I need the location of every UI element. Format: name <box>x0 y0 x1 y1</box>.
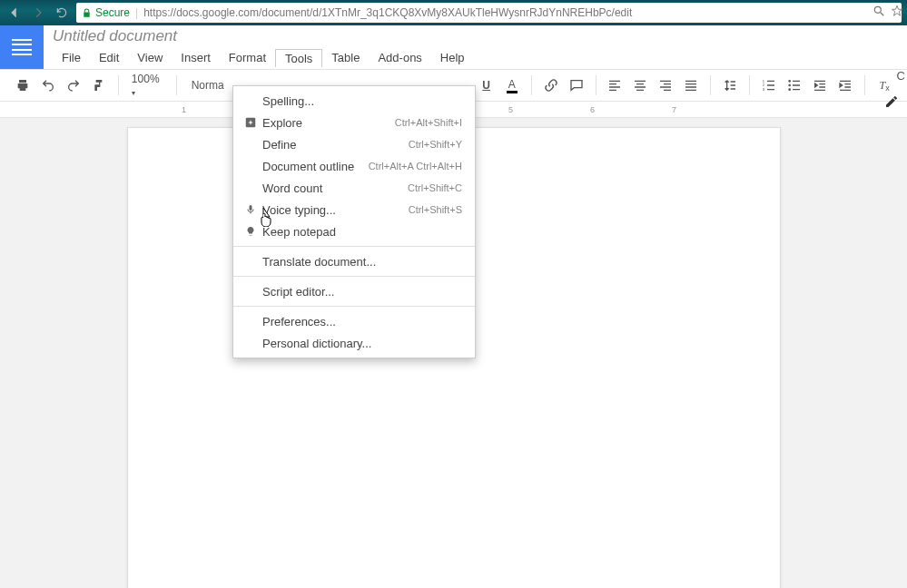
redo-icon[interactable] <box>64 74 84 96</box>
svg-text:3: 3 <box>763 87 765 92</box>
svg-point-7 <box>789 88 792 91</box>
paint-format-icon[interactable] <box>89 74 109 96</box>
menu-item-word-count[interactable]: Word count Ctrl+Shift+C <box>233 177 475 199</box>
menu-tools[interactable]: Tools <box>275 49 322 67</box>
align-justify-icon[interactable] <box>681 74 701 96</box>
menu-edit[interactable]: Edit <box>90 49 128 67</box>
insert-link-icon[interactable] <box>541 74 561 96</box>
paragraph-style[interactable]: Norma <box>186 79 230 92</box>
svg-point-0 <box>874 6 881 13</box>
increase-indent-icon[interactable] <box>835 74 855 96</box>
zoom-select[interactable]: 100% ▾ <box>128 73 167 98</box>
menu-item-voice-typing[interactable]: Voice typing... Ctrl+Shift+S <box>233 199 475 220</box>
decrease-indent-icon[interactable] <box>810 74 830 96</box>
microphone-icon <box>242 203 259 216</box>
underline-icon[interactable]: U <box>477 74 497 96</box>
numbered-list-icon[interactable]: 123 <box>759 74 779 96</box>
forward-button[interactable] <box>29 4 47 22</box>
reload-button[interactable] <box>53 4 71 22</box>
clear-formatting-icon[interactable]: Tx <box>874 74 894 96</box>
line-spacing-icon[interactable] <box>720 74 740 96</box>
insert-comment-icon[interactable] <box>567 74 587 96</box>
menu-item-spelling[interactable]: Spelling... <box>233 90 475 112</box>
ruler-mark: 7 <box>672 105 676 114</box>
url-text: https://docs.google.com/document/d/1XTnM… <box>143 6 632 19</box>
menu-item-script-editor[interactable]: Script editor... <box>233 280 475 302</box>
bulleted-list-icon[interactable] <box>784 74 804 96</box>
undo-icon[interactable] <box>38 74 58 96</box>
print-icon[interactable] <box>13 74 33 96</box>
svg-line-1 <box>881 13 884 16</box>
ruler-mark: 1 <box>182 105 186 114</box>
address-bar[interactable]: Secure | https://docs.google.com/documen… <box>76 3 902 23</box>
align-center-icon[interactable] <box>630 74 650 96</box>
menu-item-preferences[interactable]: Preferences... <box>233 310 475 332</box>
comments-button-cut[interactable]: C <box>897 69 905 83</box>
align-right-icon[interactable] <box>656 74 675 96</box>
secure-label: Secure <box>95 6 130 19</box>
menu-format[interactable]: Format <box>220 49 275 67</box>
star-icon[interactable] <box>891 5 903 21</box>
docs-logo[interactable] <box>0 25 44 69</box>
menu-file[interactable]: File <box>53 49 90 67</box>
align-left-icon[interactable] <box>605 74 625 96</box>
back-button[interactable] <box>5 4 24 22</box>
title-bar: Untitled document File Edit View Insert … <box>0 25 907 69</box>
text-color-icon[interactable]: A <box>502 74 522 96</box>
menu-item-keep-notepad[interactable]: Keep notepad <box>233 220 475 242</box>
explore-icon <box>242 116 259 129</box>
menu-item-explore[interactable]: Explore Ctrl+Alt+Shift+I <box>233 112 475 133</box>
secure-indicator: Secure <box>82 6 130 19</box>
menu-item-personal-dictionary[interactable]: Personal dictionary... <box>233 332 475 354</box>
lightbulb-icon <box>242 225 259 238</box>
menu-addons[interactable]: Add-ons <box>369 49 430 67</box>
svg-point-5 <box>789 80 792 83</box>
menu-bar: File Edit View Insert Format Tools Table… <box>53 49 474 67</box>
menu-item-define[interactable]: Define Ctrl+Shift+Y <box>233 133 475 155</box>
tools-dropdown: Spelling... Explore Ctrl+Alt+Shift+I Def… <box>232 85 476 358</box>
svg-point-6 <box>789 84 792 87</box>
search-icon[interactable] <box>872 5 885 21</box>
menu-help[interactable]: Help <box>431 49 474 67</box>
menu-item-document-outline[interactable]: Document outline Ctrl+Alt+A Ctrl+Alt+H <box>233 155 475 177</box>
menu-insert[interactable]: Insert <box>172 49 220 67</box>
menu-view[interactable]: View <box>128 49 172 67</box>
document-title[interactable]: Untitled document <box>53 27 474 45</box>
menu-item-translate[interactable]: Translate document... <box>233 250 475 272</box>
ruler-mark: 5 <box>508 105 513 114</box>
browser-chrome: Secure | https://docs.google.com/documen… <box>0 0 907 25</box>
menu-table[interactable]: Table <box>322 49 369 67</box>
ruler-mark: 6 <box>590 105 595 114</box>
editing-mode-icon[interactable] <box>884 94 899 113</box>
